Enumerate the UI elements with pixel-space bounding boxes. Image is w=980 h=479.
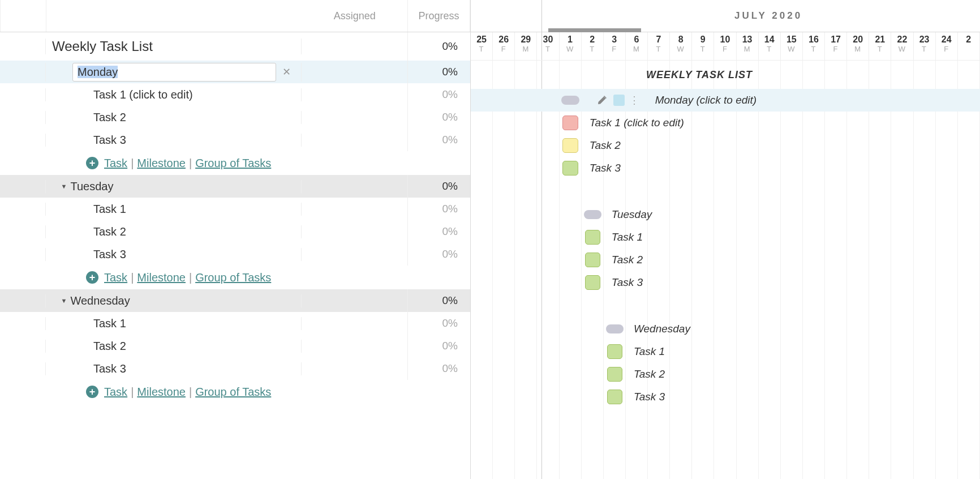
gantt-row-label[interactable]: Task 3 (590, 162, 621, 174)
gantt-row-label[interactable]: Task 1 (612, 231, 643, 243)
add-milestone-link[interactable]: Milestone (137, 386, 186, 399)
gantt-task-bar[interactable] (562, 161, 578, 176)
gantt-row-label[interactable]: Task 2 (590, 139, 621, 152)
clear-input-icon[interactable]: ✕ (282, 66, 291, 78)
task-row[interactable]: Task 1 0% (0, 198, 470, 220)
assigned-cell[interactable] (302, 243, 408, 266)
gantt-task-row[interactable]: Task 3 (471, 386, 980, 408)
collapse-toggle-icon[interactable]: ▼ (60, 297, 68, 304)
assigned-cell[interactable] (302, 175, 408, 198)
add-icon[interactable]: + (86, 271, 98, 284)
gantt-row-label[interactable]: Monday (click to edit) (655, 94, 757, 106)
day-column[interactable]: 9T (692, 32, 714, 60)
day-column[interactable]: 21T (869, 32, 891, 60)
day-column[interactable]: 14T (759, 32, 781, 60)
group-name[interactable]: Tuesday (70, 180, 113, 193)
day-column[interactable]: 23T (914, 32, 936, 60)
gantt-row-label[interactable]: Task 3 (612, 276, 643, 289)
day-column[interactable]: 10F (714, 32, 736, 60)
task-name[interactable]: Task 3 (0, 134, 126, 147)
gantt-task-bar[interactable] (562, 138, 578, 153)
group-row-wednesday[interactable]: ▼ Wednesday 0% (0, 289, 470, 312)
add-task-link[interactable]: Task (104, 157, 127, 170)
task-row[interactable]: Task 3 0% (0, 129, 470, 151)
gantt-task-row[interactable]: Task 2 (471, 249, 980, 271)
assigned-cell[interactable] (302, 32, 408, 61)
assigned-cell[interactable] (302, 61, 408, 83)
gantt-task-row[interactable]: Task 3 (471, 271, 980, 294)
day-column[interactable]: 30T (537, 32, 559, 60)
day-column[interactable]: 22W (891, 32, 913, 60)
task-row[interactable]: Task 2 0% (0, 335, 470, 357)
assigned-cell[interactable] (302, 220, 408, 243)
assigned-cell[interactable] (302, 198, 408, 220)
task-row[interactable]: Task 1 (click to edit) 0% (0, 83, 470, 106)
gantt-task-row[interactable]: Task 1 (471, 226, 980, 249)
task-name[interactable]: Task 1 (0, 203, 126, 216)
day-column[interactable]: 7T (648, 32, 670, 60)
gantt-task-bar[interactable] (585, 230, 600, 245)
gantt-task-row[interactable]: Task 3 (471, 157, 980, 179)
task-row[interactable]: Task 1 0% (0, 312, 470, 335)
task-row[interactable]: Task 2 0% (0, 106, 470, 129)
gantt-row-label[interactable]: Task 2 (634, 368, 665, 380)
add-milestone-link[interactable]: Milestone (137, 157, 186, 170)
day-column[interactable]: 29M (515, 32, 537, 60)
task-row[interactable]: Task 3 0% (0, 357, 470, 380)
gantt-group-row-tuesday[interactable]: Tuesday (471, 203, 980, 226)
day-column[interactable]: 6M (626, 32, 648, 60)
assigned-cell[interactable] (302, 335, 408, 357)
gantt-row-label[interactable]: Wednesday (634, 323, 690, 335)
add-group-link[interactable]: Group of Tasks (195, 157, 271, 170)
day-column[interactable]: 2 (958, 32, 980, 60)
add-icon[interactable]: + (86, 386, 98, 398)
assigned-cell[interactable] (302, 312, 408, 335)
more-options-icon[interactable]: ⋮ (629, 94, 639, 106)
task-name[interactable]: Task 2 (0, 225, 126, 238)
gantt-task-bar[interactable] (607, 390, 622, 404)
gantt-row-label[interactable]: Task 1 (click to edit) (590, 117, 684, 129)
timeline-scrubber[interactable] (548, 28, 641, 32)
task-name[interactable]: Task 1 (click to edit) (0, 88, 193, 101)
day-column[interactable]: 2T (582, 32, 604, 60)
add-group-link[interactable]: Group of Tasks (195, 271, 271, 284)
task-name[interactable]: Task 3 (0, 362, 126, 375)
gantt-row-label[interactable]: Task 1 (634, 345, 665, 358)
day-column[interactable]: 8W (670, 32, 692, 60)
day-column[interactable]: 17F (825, 32, 847, 60)
day-column[interactable]: 16T (803, 32, 825, 60)
group-name-input[interactable]: Monday (72, 63, 276, 82)
group-name[interactable]: Wednesday (70, 294, 130, 307)
task-name[interactable]: Task 2 (0, 340, 126, 353)
gantt-task-row[interactable]: Task 2 (471, 363, 980, 386)
task-name[interactable]: Task 1 (0, 317, 126, 330)
add-task-link[interactable]: Task (104, 386, 127, 399)
assigned-cell[interactable] (302, 289, 408, 312)
gantt-row-label[interactable]: Task 3 (634, 391, 665, 403)
day-column[interactable]: 3F (604, 32, 626, 60)
assigned-cell[interactable] (302, 106, 408, 129)
gantt-row-label[interactable]: Tuesday (612, 208, 652, 221)
group-row-tuesday[interactable]: ▼ Tuesday 0% (0, 175, 470, 198)
day-column[interactable]: 20M (847, 32, 869, 60)
add-group-link[interactable]: Group of Tasks (195, 386, 271, 399)
task-row[interactable]: Task 2 0% (0, 220, 470, 243)
gantt-task-bar[interactable] (585, 275, 600, 290)
gantt-task-row[interactable]: Task 2 (471, 134, 980, 157)
assigned-cell[interactable] (302, 83, 408, 106)
assigned-cell[interactable] (302, 129, 408, 151)
gantt-group-row-monday[interactable]: ⋮ Monday (click to edit) (471, 89, 980, 112)
assigned-cell[interactable] (302, 357, 408, 380)
task-row[interactable]: Task 3 0% (0, 243, 470, 266)
day-column[interactable]: 15W (781, 32, 803, 60)
gantt-group-bar[interactable] (561, 96, 579, 105)
collapse-toggle-icon[interactable]: ▼ (60, 183, 68, 190)
gantt-group-bar[interactable] (606, 324, 624, 333)
column-header-progress[interactable]: Progress (408, 0, 470, 32)
task-name[interactable]: Task 2 (0, 111, 126, 124)
task-name[interactable]: Task 3 (0, 248, 126, 261)
add-icon[interactable]: + (86, 157, 98, 169)
gantt-task-bar[interactable] (562, 116, 578, 130)
day-column[interactable]: 24F (936, 32, 958, 60)
day-column[interactable]: 13M (737, 32, 759, 60)
